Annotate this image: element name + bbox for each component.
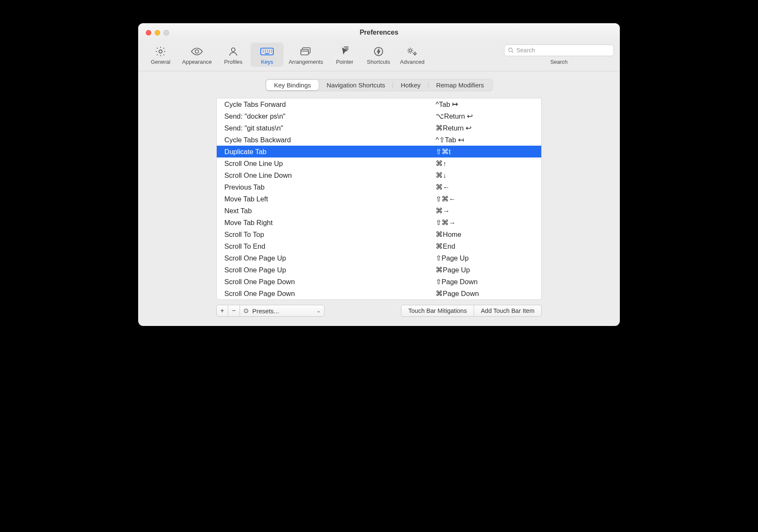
add-touch-bar-item-button[interactable]: Add Touch Bar Item (474, 305, 542, 317)
toolbar-label: Arrangements (289, 59, 323, 65)
binding-shortcut: ⌘Home (436, 229, 536, 240)
binding-row[interactable]: Scroll One Page Down⇧Page Down (217, 276, 541, 288)
gears-icon (406, 45, 419, 58)
binding-row[interactable]: Next Tab⌘→ (217, 205, 541, 217)
tab-hotkey[interactable]: Hotkey (393, 80, 428, 90)
right-button-group: Touch Bar Mitigations Add Touch Bar Item (401, 305, 542, 317)
tab-key-bindings[interactable]: Key Bindings (266, 80, 319, 90)
add-button[interactable]: + (216, 305, 228, 317)
svg-point-1 (195, 50, 199, 53)
binding-action: Move Tab Right (224, 217, 436, 228)
toolbar-item-keys[interactable]: Keys (251, 43, 284, 67)
titlebar: Preferences (138, 23, 620, 42)
binding-action: Send: "docker ps\n" (224, 111, 436, 122)
eye-icon (190, 45, 204, 58)
remove-button[interactable]: − (228, 305, 240, 317)
binding-row[interactable]: Send: "git status\n"⌘Return ↩ (217, 122, 541, 134)
binding-row[interactable]: Scroll One Line Up⌘↑ (217, 157, 541, 169)
toolbar-label: Pointer (336, 59, 353, 65)
search-input[interactable]: Search (504, 44, 614, 56)
binding-action: Next Tab (224, 205, 436, 216)
close-button[interactable] (146, 30, 151, 35)
binding-shortcut: ⌘→ (436, 205, 536, 216)
binding-shortcut: ⇧Page Up (436, 252, 536, 263)
binding-action: Scroll One Page Down (224, 276, 436, 287)
binding-row[interactable]: Scroll One Line Down⌘↓ (217, 169, 541, 181)
binding-action: Send: "git status\n" (224, 122, 436, 133)
svg-point-0 (159, 50, 162, 53)
toolbar-label: General (151, 59, 170, 65)
toolbar-label: Profiles (224, 59, 242, 65)
binding-shortcut: ⌘Page Down (436, 288, 536, 299)
keyboard-icon (260, 45, 274, 58)
left-button-group: + − ⊙ Presets... ⌄ (216, 305, 324, 317)
toolbar: General Appearance Profiles Keys Arrange (138, 42, 620, 71)
binding-row[interactable]: Cycle Tabs Backward^⇧Tab ↤ (217, 134, 541, 146)
binding-action: Scroll One Line Up (224, 158, 436, 169)
binding-shortcut: ⌘↑ (436, 158, 536, 169)
binding-shortcut: ⌘↓ (436, 170, 536, 181)
binding-row[interactable]: Scroll To Top⌘Home (217, 228, 541, 240)
binding-action: Previous Tab (224, 182, 436, 193)
binding-row[interactable]: Scroll One Page Down⌘Page Down (217, 288, 541, 299)
minimize-button[interactable] (155, 30, 160, 35)
binding-shortcut: ⇧⌘t (436, 146, 536, 157)
binding-action: Scroll One Page Down (224, 288, 436, 299)
toolbar-label: Shortcuts (367, 59, 390, 65)
toolbar-item-shortcuts[interactable]: Shortcuts (362, 43, 395, 67)
svg-point-2 (232, 48, 235, 52)
binding-action: Move Tab Left (224, 193, 436, 204)
binding-shortcut: ⇧⌘→ (436, 217, 536, 228)
toolbar-item-advanced[interactable]: Advanced (396, 43, 429, 67)
binding-shortcut: ^Tab ↦ (436, 99, 536, 110)
touch-bar-mitigations-button[interactable]: Touch Bar Mitigations (401, 305, 474, 317)
preferences-window: Preferences General Appearance Profiles (138, 23, 620, 326)
toolbar-item-profiles[interactable]: Profiles (217, 43, 250, 67)
binding-shortcut: ⌥Return ↩ (436, 111, 536, 122)
toolbar-label: Appearance (182, 59, 212, 65)
svg-line-25 (512, 52, 514, 53)
presets-label: Presets... (252, 307, 279, 315)
binding-row[interactable]: Duplicate Tab⇧⌘t (217, 146, 541, 157)
binding-shortcut: ⌘Return ↩ (436, 122, 536, 133)
window-title: Preferences (138, 29, 620, 36)
toolbar-item-arrangements[interactable]: Arrangements (284, 43, 327, 67)
search-icon (508, 47, 514, 53)
svg-rect-16 (301, 49, 308, 55)
binding-row[interactable]: Send: "docker ps\n"⌥Return ↩ (217, 110, 541, 122)
tab-navigation-shortcuts[interactable]: Navigation Shortcuts (319, 80, 393, 90)
key-bindings-table[interactable]: Cycle Tabs Forward^Tab ↦Send: "docker ps… (216, 98, 542, 300)
toolbar-item-appearance[interactable]: Appearance (178, 43, 216, 67)
binding-action: Scroll To Top (224, 229, 436, 240)
binding-shortcut: ⇧Page Down (436, 276, 536, 287)
svg-point-24 (509, 48, 513, 52)
segmented-control: Key BindingsNavigation ShortcutsHotkeyRe… (265, 79, 492, 91)
binding-action: Scroll To End (224, 241, 436, 252)
search-label: Search (550, 59, 567, 65)
binding-row[interactable]: Previous Tab⌘← (217, 181, 541, 193)
binding-row[interactable]: Scroll One Page Up⌘Page Up (217, 264, 541, 276)
svg-point-22 (409, 49, 412, 52)
zoom-button[interactable] (164, 30, 169, 35)
svg-point-21 (374, 47, 383, 56)
binding-row[interactable]: Scroll To End⌘End (217, 240, 541, 252)
binding-action: Cycle Tabs Forward (224, 99, 436, 110)
svg-point-23 (414, 53, 416, 55)
binding-row[interactable]: Scroll One Page Up⇧Page Up (217, 252, 541, 264)
binding-shortcut: ⌘← (436, 182, 536, 193)
binding-action: Cycle Tabs Backward (224, 134, 436, 145)
bottom-controls: + − ⊙ Presets... ⌄ Touch Bar Mitigations… (216, 305, 542, 317)
toolbar-item-pointer[interactable]: Pointer (328, 43, 361, 67)
binding-action: Duplicate Tab (224, 146, 436, 157)
person-icon (228, 45, 239, 58)
presets-popup[interactable]: ⊙ Presets... ⌄ (240, 305, 324, 317)
binding-shortcut: ⌘Page Up (436, 264, 536, 275)
binding-row[interactable]: Move Tab Right⇧⌘→ (217, 217, 541, 228)
toolbar-item-general[interactable]: General (144, 43, 177, 67)
binding-shortcut: ⌘End (436, 241, 536, 252)
binding-row[interactable]: Move Tab Left⇧⌘← (217, 193, 541, 205)
binding-action: Scroll One Page Up (224, 252, 436, 263)
binding-row[interactable]: Cycle Tabs Forward^Tab ↦ (217, 98, 541, 110)
tab-remap-modifiers[interactable]: Remap Modifiers (428, 80, 491, 90)
subtab-bar: Key BindingsNavigation ShortcutsHotkeyRe… (147, 79, 611, 91)
